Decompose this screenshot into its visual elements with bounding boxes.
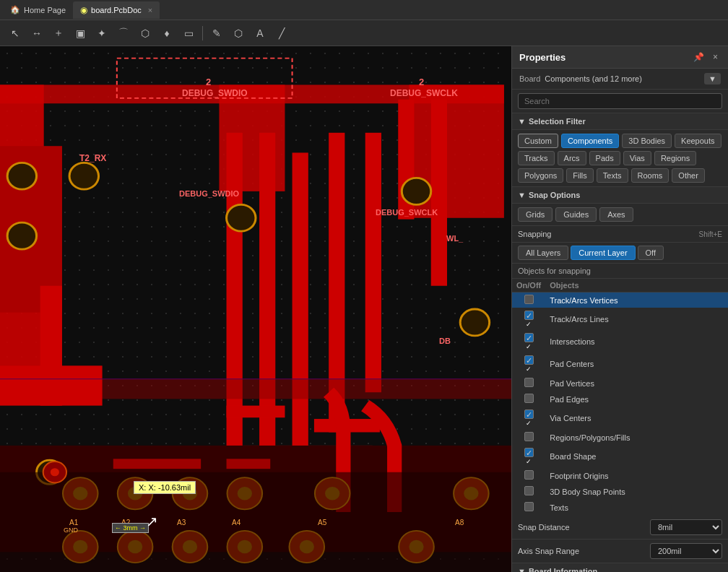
axis-snap-select[interactable]: 200mil 100mil 400mil	[650, 543, 722, 559]
selection-filter-label: Selection Filter	[529, 117, 586, 126]
snap-table-row[interactable]: Pad Vertices	[512, 376, 728, 391]
snap-off-btn[interactable]: Off	[638, 246, 664, 260]
custom-btn[interactable]: Custom	[518, 134, 558, 148]
filter-keepouts-btn[interactable]: Keepouts	[675, 134, 721, 148]
filter-pads-btn[interactable]: Pads	[589, 151, 620, 165]
snap-row-label: Texts	[545, 500, 728, 516]
snap-row-label: Pad Centers	[545, 353, 728, 376]
search-input[interactable]	[518, 93, 722, 109]
tab-board[interactable]: ◉ board.PcbDoc ×	[73, 1, 160, 19]
snap-row-label: Board Shape	[545, 446, 728, 468]
snap-table-row[interactable]: 3D Body Snap Points	[512, 484, 728, 500]
close-icon[interactable]: ×	[148, 6, 152, 14]
add-tool-btn[interactable]: ＋	[49, 24, 68, 43]
pcb-pad-a1: A1	[69, 519, 78, 526]
tab-home[interactable]: 🏠 Home Page	[3, 1, 73, 19]
snap-distance-row: Snap Distance 8mil 4mil 16mil	[512, 516, 728, 540]
snap-table-row[interactable]: Footprint Origins	[512, 468, 728, 484]
snap-tab-grids[interactable]: Grids	[518, 207, 552, 222]
board-info-header[interactable]: ▼ Board Information	[512, 563, 728, 572]
panel-header: Properties 📌 ×	[512, 46, 728, 69]
filter-texts-btn[interactable]: Texts	[597, 168, 628, 183]
snap-checkbox[interactable]: ✓	[524, 448, 534, 457]
pcb-pad-a3: A3	[177, 519, 186, 526]
snap-current-layer-btn[interactable]: Current Layer	[571, 246, 635, 260]
snap-table-row[interactable]: ✓Board Shape	[512, 446, 728, 468]
rect2-tool-btn[interactable]: ▭	[179, 24, 198, 43]
snap-table-row[interactable]: Regions/Polygons/Fills	[512, 430, 728, 446]
snap-row-label: Footprint Origins	[545, 468, 728, 484]
snap-table-row[interactable]: ✓Intersections	[512, 331, 728, 353]
snap-row-label: Regions/Polygons/Fills	[545, 430, 728, 446]
panel-pin-btn[interactable]: 📌	[690, 51, 707, 64]
snap-table-row[interactable]: ✓Track/Arcs Lines	[512, 308, 728, 331]
snap-checkbox[interactable]	[524, 394, 534, 403]
filter-other-btn[interactable]: Other	[672, 168, 705, 183]
svg-rect-9	[365, 133, 381, 392]
snap-checkbox[interactable]: ✓	[524, 355, 534, 365]
col-onoff: On/Off	[512, 279, 545, 292]
snap-row-label: Pad Edges	[545, 391, 728, 407]
tab-home-label: Home Page	[24, 6, 66, 14]
filter-grid: Custom Components 3D Bodies Keepouts Tra…	[512, 130, 728, 187]
text-tool-btn[interactable]: A	[251, 24, 269, 43]
filter-arcs-btn[interactable]: Arcs	[558, 151, 586, 165]
filter-polygons-btn[interactable]: Polygons	[518, 168, 563, 183]
snap-checkbox[interactable]	[524, 378, 534, 387]
pcb-pad-a4: A4	[232, 519, 240, 526]
selection-filter-header[interactable]: ▼ Selection Filter	[512, 113, 728, 130]
hex-tool-btn[interactable]: ⬡	[229, 24, 248, 43]
toolbar: ↖ ↔ ＋ ▣ ✦ ⌒ ⬡ ♦ ▭ ✎ ⬡ A ╱	[0, 20, 728, 46]
star-tool-btn[interactable]: ✦	[92, 24, 111, 43]
filter-regions-btn[interactable]: Regions	[654, 151, 696, 165]
snap-table-row[interactable]: Pad Edges	[512, 391, 728, 407]
snap-table-row[interactable]: Track/Arcs Vertices	[512, 292, 728, 308]
snap-checkbox[interactable]	[524, 432, 534, 441]
filter-tracks-btn[interactable]: Tracks	[518, 151, 555, 165]
tooltip-x-label: X:	[139, 483, 146, 492]
snap-checkbox[interactable]	[524, 295, 534, 304]
snap-distance-select[interactable]: 8mil 4mil 16mil	[650, 519, 722, 535]
panel-title: Properties	[519, 52, 566, 63]
svg-rect-19	[227, 459, 271, 469]
line-tool-btn[interactable]: ╱	[272, 24, 291, 43]
route-tool-btn[interactable]: ↔	[27, 24, 46, 43]
select-tool-btn[interactable]: ↖	[6, 24, 25, 43]
snap-checkbox[interactable]	[524, 502, 534, 511]
panel-close-btn[interactable]: ×	[710, 51, 721, 64]
snap-tab-guides[interactable]: Guides	[555, 207, 597, 222]
snap-checkbox[interactable]	[524, 486, 534, 495]
arc-tool-btn[interactable]: ⌒	[114, 24, 133, 43]
pcb-traces-svg	[0, 46, 511, 572]
section-arrow-icon: ▼	[518, 117, 526, 126]
filter-rooms-btn[interactable]: Rooms	[631, 168, 670, 183]
filter-3dbodies-btn[interactable]: 3D Bodies	[622, 134, 672, 148]
snap-checkbox[interactable]: ✓	[524, 311, 534, 320]
snap-all-layers-btn[interactable]: All Layers	[518, 246, 568, 260]
snap-table-row[interactable]: ✓Pad Centers	[512, 353, 728, 376]
snap-table-row[interactable]: ✓Via Centers	[512, 407, 728, 430]
tab-bar: 🏠 Home Page ◉ board.PcbDoc ×	[0, 0, 728, 20]
snapping-options-row: All Layers Current Layer Off	[512, 243, 728, 264]
pcb-canvas[interactable]: 2 DEBUG_SWDIO 2 DEBUG_SWCLK T2_RX DEBUG_…	[0, 46, 511, 572]
snap-distance-label: Snap Distance	[518, 523, 570, 532]
snap-options-header[interactable]: ▼ Snap Options	[512, 187, 728, 204]
filter-components-btn[interactable]: Components	[561, 134, 619, 148]
snap-checkbox[interactable]: ✓	[524, 410, 534, 419]
snap-tab-axes[interactable]: Axes	[599, 207, 633, 222]
svg-point-27	[460, 309, 489, 336]
filter-icon-btn[interactable]: ▼	[704, 73, 721, 84]
diamond-tool-btn[interactable]: ♦	[157, 24, 176, 43]
svg-rect-11	[431, 100, 447, 286]
snap-tabs-row: Grids Guides Axes	[512, 204, 728, 226]
rect-tool-btn[interactable]: ▣	[71, 24, 90, 43]
filter-vias-btn[interactable]: Vias	[623, 151, 651, 165]
svg-rect-21	[40, 286, 62, 406]
snap-checkbox[interactable]: ✓	[524, 333, 534, 342]
filter-fills-btn[interactable]: Fills	[566, 168, 594, 183]
snap-table-row[interactable]: Texts	[512, 500, 728, 516]
poly-tool-btn[interactable]: ⬡	[136, 24, 155, 43]
snap-checkbox[interactable]	[524, 470, 534, 480]
snap-row-label: Pad Vertices	[545, 376, 728, 391]
pen-tool-btn[interactable]: ✎	[207, 24, 226, 43]
